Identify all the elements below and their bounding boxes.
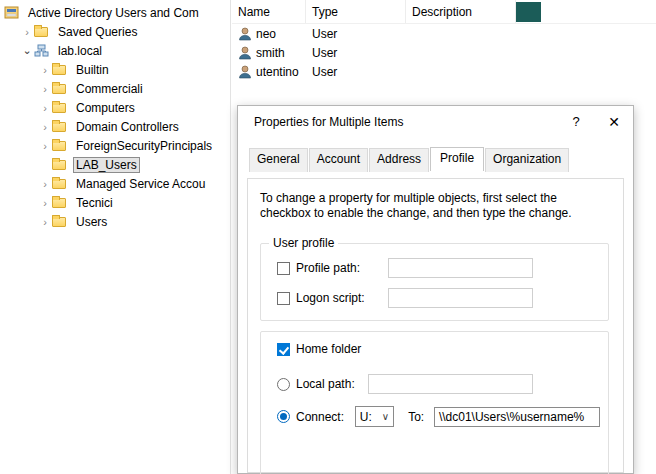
logon-script-label: Logon script: xyxy=(296,291,388,305)
tree-item-foreignsecurityprincipals[interactable]: › ForeignSecurityPrincipals xyxy=(0,136,230,155)
help-button[interactable]: ? xyxy=(557,106,595,137)
user-profile-group-label: User profile xyxy=(269,236,338,250)
tree-item-users[interactable]: › Users xyxy=(0,212,230,231)
domain-icon xyxy=(34,44,50,57)
folder-icon xyxy=(52,63,68,76)
connect-label: Connect: xyxy=(296,410,355,424)
tab-organization[interactable]: Organization xyxy=(485,148,569,172)
tree-item-label: Builtin xyxy=(73,62,112,78)
list-item-name: utentino xyxy=(256,65,299,79)
list-item-type: User xyxy=(306,27,406,41)
tree-item-label: Saved Queries xyxy=(55,24,140,40)
tree-item-tecnici[interactable]: › Tecnici xyxy=(0,193,230,212)
profile-path-checkbox[interactable] xyxy=(277,262,290,275)
tree-item-label: Commerciali xyxy=(73,81,146,97)
folder-icon xyxy=(52,215,68,228)
dialog-titlebar: Properties for Multiple Items ? ✕ xyxy=(238,106,633,137)
folder-icon xyxy=(52,158,68,171)
connect-path-input[interactable]: \\dc01\Users\%username% xyxy=(434,407,600,427)
folder-icon xyxy=(52,196,68,209)
list-item-utentino[interactable]: utentino User xyxy=(232,62,656,81)
dialog-title: Properties for Multiple Items xyxy=(254,115,557,129)
chevron-right-icon[interactable]: › xyxy=(20,26,34,38)
properties-dialog: Properties for Multiple Items ? ✕ Genera… xyxy=(237,105,634,474)
home-folder-label: Home folder xyxy=(296,342,361,356)
local-path-input[interactable] xyxy=(368,374,533,394)
intro-text: To change a property for multiple object… xyxy=(260,191,609,221)
tree-item-root[interactable]: Active Directory Users and Com xyxy=(0,3,230,22)
chevron-right-icon[interactable]: › xyxy=(38,121,52,133)
logon-script-checkbox[interactable] xyxy=(277,292,290,305)
folder-icon xyxy=(52,82,68,95)
home-folder-checkbox[interactable] xyxy=(277,343,290,356)
tree-item-label: ForeignSecurityPrincipals xyxy=(73,138,215,154)
connect-radio[interactable] xyxy=(277,410,290,423)
tree-item-label: LAB_Users xyxy=(73,157,140,173)
tree-item-label: Computers xyxy=(73,100,138,116)
chevron-down-icon: ∨ xyxy=(382,411,389,422)
user-icon xyxy=(238,65,252,79)
tab-profile[interactable]: Profile xyxy=(430,147,484,171)
profile-path-label: Profile path: xyxy=(296,261,388,275)
chevron-right-icon[interactable]: › xyxy=(38,102,52,114)
chevron-right-icon[interactable]: › xyxy=(38,140,52,152)
folder-icon xyxy=(52,120,68,133)
console-tree: Active Directory Users and Com › Saved Q… xyxy=(0,0,231,474)
profile-path-input[interactable] xyxy=(388,258,533,278)
column-header-name[interactable]: Name xyxy=(232,0,306,23)
chevron-right-icon[interactable]: › xyxy=(38,64,52,76)
tree-item-domain-controllers[interactable]: › Domain Controllers xyxy=(0,117,230,136)
list-item-smith[interactable]: smith User xyxy=(232,43,656,62)
tree-item-label: Active Directory Users and Com xyxy=(25,5,202,21)
tree-item-managed-service-accounts[interactable]: › Managed Service Accou xyxy=(0,174,230,193)
logon-script-input[interactable] xyxy=(388,288,533,308)
local-path-radio[interactable] xyxy=(277,378,290,391)
chevron-right-icon[interactable]: › xyxy=(38,178,52,190)
tree-item-label: Domain Controllers xyxy=(73,119,182,135)
folder-icon xyxy=(52,101,68,114)
tree-item-label: lab.local xyxy=(55,43,105,59)
drive-letter-combo[interactable]: U: ∨ xyxy=(355,406,394,427)
column-header-type[interactable]: Type xyxy=(306,0,406,23)
folder-icon xyxy=(52,139,68,152)
list-item-type: User xyxy=(306,65,406,79)
tree-item-computers[interactable]: › Computers xyxy=(0,98,230,117)
tree-item-label: Tecnici xyxy=(73,195,116,211)
folder-icon xyxy=(52,177,68,190)
list-item-neo[interactable]: neo User xyxy=(232,24,656,43)
tree-item-lab-local[interactable]: ⌄ lab.local xyxy=(0,41,230,60)
list-item-name: neo xyxy=(256,27,276,41)
tree-item-label: Users xyxy=(73,214,110,230)
directory-icon xyxy=(4,6,20,19)
folder-icon xyxy=(34,25,50,38)
user-profile-group: User profile Profile path: Logon script: xyxy=(260,243,609,321)
list-item-name: smith xyxy=(256,46,285,60)
tree-item-commerciali[interactable]: › Commerciali xyxy=(0,79,230,98)
profile-tab-page: To change a property for multiple object… xyxy=(247,178,624,473)
drive-letter-value: U: xyxy=(360,410,372,424)
chevron-right-icon[interactable]: › xyxy=(38,83,52,95)
to-label: To: xyxy=(408,410,434,424)
tab-account[interactable]: Account xyxy=(309,148,368,172)
tab-address[interactable]: Address xyxy=(369,148,429,172)
tree-item-label: Managed Service Accou xyxy=(73,176,208,192)
teal-block xyxy=(516,2,541,22)
chevron-right-icon[interactable]: › xyxy=(38,197,52,209)
home-folder-group: Home folder Local path: Connect: U: ∨ To… xyxy=(260,331,609,474)
local-path-label: Local path: xyxy=(296,377,368,391)
tree-item-lab-users[interactable]: LAB_Users xyxy=(0,155,230,174)
list-item-type: User xyxy=(306,46,406,60)
chevron-down-icon[interactable]: ⌄ xyxy=(20,44,34,57)
user-icon xyxy=(238,27,252,41)
aduc-window: Active Directory Users and Com › Saved Q… xyxy=(0,0,656,474)
close-button[interactable]: ✕ xyxy=(595,106,633,137)
tree-item-saved-queries[interactable]: › Saved Queries xyxy=(0,22,230,41)
chevron-right-icon[interactable]: › xyxy=(38,216,52,228)
tab-strip: General Account Address Profile Organiza… xyxy=(238,147,633,171)
tree-item-builtin[interactable]: › Builtin xyxy=(0,60,230,79)
list-header: Name Type Description xyxy=(232,0,656,24)
column-header-description[interactable]: Description xyxy=(406,0,516,23)
user-icon xyxy=(238,46,252,60)
tab-general[interactable]: General xyxy=(249,148,308,172)
